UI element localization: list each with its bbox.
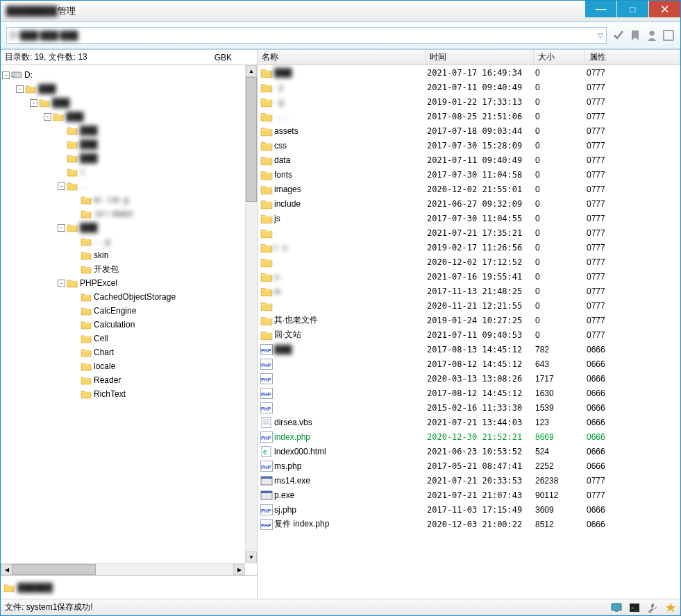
file-row[interactable]: js2017-07-30 11:04:5500777 <box>258 211 680 225</box>
monitor-icon[interactable] <box>611 602 622 613</box>
file-row[interactable]: w·2017-11-13 21:48:2500777 <box>258 284 680 298</box>
tree-node[interactable]: ·or·l ·idator <box>2 207 255 221</box>
file-row[interactable]: ·.2015-02-16 11:33:3015390666 <box>258 400 680 415</box>
file-row[interactable]: css2017-07-30 15:28:0900777 <box>258 138 680 153</box>
file-row[interactable]: images2020-12-02 21:55:0100777 <box>258 182 680 196</box>
folder-icon <box>67 223 78 232</box>
file-row[interactable]: ███2017-08-13 14:45:127820666 <box>258 342 680 357</box>
tree-node[interactable]: -PHPExcel <box>2 276 255 290</box>
file-row[interactable]: ·2020-11-21 12:21:5500777 <box>258 298 680 313</box>
file-row[interactable]: ·2017-08-12 14:45:1216300666 <box>258 386 680 400</box>
file-row[interactable]: · g2019-01-22 17:33:1300777 <box>258 94 680 109</box>
address-dropdown-icon[interactable]: ▽ <box>598 32 603 40</box>
tree-node[interactable]: -. . <box>2 179 255 193</box>
file-row[interactable]: ms14.exe2021-07-21 20:33:53262380777 <box>258 473 680 488</box>
tree-node[interactable]: CachedObjectStorage <box>2 290 255 304</box>
toggle-icon[interactable]: - <box>16 85 24 93</box>
scroll-right-arrow[interactable]: ▶ <box>233 564 245 575</box>
tree-node[interactable]: RichText <box>2 387 255 401</box>
file-row[interactable]: data2021-07-11 09:40:4900777 <box>258 153 680 167</box>
tree-node[interactable]: -███ <box>2 221 255 234</box>
col-name[interactable]: 名称 <box>258 50 426 65</box>
file-row[interactable]: ███2021-07-17 16:49:3400777 <box>258 65 680 80</box>
file-row[interactable]: dirsea.vbs2021-07-21 13:44:031230666 <box>258 415 680 429</box>
tree-horizontal-scrollbar[interactable]: ◀ ▶ <box>1 563 245 575</box>
scroll-down-arrow[interactable]: ▼ <box>246 551 257 563</box>
file-row[interactable]: fonts2017-07-30 11:04:5800777 <box>258 167 680 182</box>
tree-node[interactable]: . . .g <box>2 234 255 248</box>
file-row[interactable]: sj.php2017-11-03 17:15:4936090666 <box>258 502 680 517</box>
tree-node[interactable]: Calculation <box>2 318 255 332</box>
toggle-icon[interactable]: - <box>2 71 10 79</box>
tool-icon[interactable] <box>647 602 658 613</box>
tree-node[interactable]: -███ <box>2 82 255 96</box>
titlebar[interactable]: ████████管理 — □ ✕ <box>1 1 680 22</box>
tree-node[interactable]: 开发包 <box>2 262 255 276</box>
toggle-icon[interactable]: - <box>58 224 65 232</box>
maximize-button[interactable]: □ <box>617 1 648 17</box>
file-attr: 0666 <box>587 461 680 471</box>
scroll-thumb[interactable] <box>246 77 257 202</box>
terminal-icon[interactable] <box>629 602 640 613</box>
tree-node[interactable]: -███ <box>2 110 255 123</box>
col-time[interactable]: 时间 <box>426 50 534 65</box>
file-row[interactable]: · , ·.2017-08-25 21:51:0600777 <box>258 109 680 123</box>
col-size[interactable]: 大小 <box>534 50 585 65</box>
folder-icon <box>260 198 273 209</box>
file-row[interactable]: ms.php2017-05-21 08:47:4122520666 <box>258 459 680 473</box>
address-bar[interactable]: D:\███\███\███ ▽ <box>6 27 607 44</box>
check-icon[interactable] <box>612 29 625 42</box>
minimize-button[interactable]: — <box>585 1 616 17</box>
tree-node[interactable]: ███ <box>2 151 255 165</box>
tree-node[interactable]: skin <box>2 248 255 262</box>
close-button[interactable]: ✕ <box>649 1 680 17</box>
file-row[interactable]: p.exe2021-07-21 21:07:43901120777 <box>258 488 680 502</box>
tree-vertical-scrollbar[interactable]: ▲ ▼ <box>245 65 257 563</box>
toggle-icon[interactable]: - <box>58 182 65 190</box>
scroll-left-arrow[interactable]: ◀ <box>1 564 12 575</box>
star-icon[interactable] <box>665 602 676 613</box>
tree-node[interactable]: Reader <box>2 373 255 387</box>
toggle-icon[interactable]: - <box>44 113 51 121</box>
tree-node[interactable]: .l <box>2 165 255 179</box>
tree-node[interactable]: locale <box>2 359 255 373</box>
square-icon[interactable] <box>662 29 675 42</box>
file-row[interactable]: include2021-06-27 09:32:0900777 <box>258 196 680 211</box>
folder-icon <box>260 82 273 93</box>
file-row[interactable]: ·2021-07-21 17:35:2100777 <box>258 225 680 240</box>
scroll-thumb-h[interactable] <box>12 564 96 575</box>
folder-icon <box>260 257 273 268</box>
folder-icon <box>53 112 64 121</box>
file-row[interactable]: index.php2020-12-30 21:52:2186690666 <box>258 429 680 444</box>
tree-node[interactable]: Cell <box>2 332 255 345</box>
scroll-up-arrow[interactable]: ▲ <box>246 65 257 77</box>
file-row[interactable]: ·2017-08-12 14:45:126430666 <box>258 357 680 371</box>
tree-node[interactable]: ███ <box>2 123 255 137</box>
file-row[interactable]: 其·也老文件2019-01-24 10:27:2500777 <box>258 313 680 327</box>
tree-node[interactable]: er· ·t·el. g <box>2 193 255 207</box>
toggle-icon[interactable]: - <box>30 99 37 107</box>
file-row[interactable]: index000.html2021-06-23 10:53:525240666 <box>258 444 680 459</box>
file-row[interactable]: 回·文站2021-07-11 09:40:5300777 <box>258 327 680 342</box>
col-attr[interactable]: 属性 <box>585 50 680 65</box>
file-attr: 0777 <box>587 68 680 78</box>
tree-node[interactable]: CalcEngine <box>2 304 255 318</box>
folder-icon <box>260 286 273 297</box>
file-row[interactable]: assets2017-07-18 09:03:4400777 <box>258 123 680 138</box>
file-row[interactable]: ·2020-03-13 13:08:2617170666 <box>258 371 680 386</box>
file-row[interactable]: u·2021-07-16 19:55:4100777 <box>258 269 680 284</box>
file-name: p.exe <box>274 490 427 500</box>
toggle-icon[interactable]: - <box>58 280 65 287</box>
file-row[interactable]: 复件 index.php2020-12-03 21:00:2285120666 <box>258 517 680 531</box>
file-list[interactable]: ███2021-07-17 16:49:3400777· y2021-07-11… <box>258 65 680 599</box>
bookmark-icon[interactable] <box>629 29 641 42</box>
folder-tree[interactable]: -D:-███-███-████████████.l-. .er· ·t·el.… <box>1 65 257 404</box>
tree-node[interactable]: ███ <box>2 137 255 151</box>
file-row[interactable]: t· ·c2019-02-17 11:26:5600777 <box>258 240 680 255</box>
file-row[interactable]: · y2021-07-11 09:40:4900777 <box>258 80 680 94</box>
user-icon[interactable] <box>646 29 658 42</box>
tree-drive[interactable]: -D: <box>2 68 255 82</box>
tree-node[interactable]: -███ <box>2 96 255 110</box>
tree-node[interactable]: Chart <box>2 345 255 359</box>
file-row[interactable]: ·2020-12-02 17:12:5200777 <box>258 255 680 269</box>
